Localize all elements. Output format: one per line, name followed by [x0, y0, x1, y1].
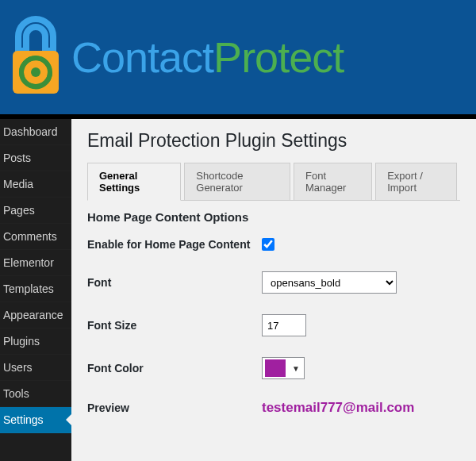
sidebar-item-elementor[interactable]: Elementor: [0, 250, 71, 276]
enable-label: Enable for Home Page Content: [87, 238, 262, 251]
sidebar-item-plugins[interactable]: Plugins: [0, 328, 71, 355]
sidebar-item-posts[interactable]: Posts: [0, 145, 71, 171]
lock-at-icon: [8, 16, 63, 98]
tab-export-import[interactable]: Export / Import: [375, 163, 457, 200]
sidebar-item-dashboard[interactable]: Dashboard: [0, 119, 71, 145]
brand-part1: Contact: [71, 33, 213, 81]
settings-tabs: General SettingsShortcode GeneratorFont …: [87, 163, 460, 201]
tab-font-manager[interactable]: Font Manager: [294, 163, 372, 200]
tab-shortcode-generator[interactable]: Shortcode Generator: [184, 163, 290, 200]
svg-point-2: [31, 67, 40, 77]
sidebar-item-media[interactable]: Media: [0, 171, 71, 198]
enable-checkbox[interactable]: [262, 238, 274, 251]
section-title: Home Page Content Options: [87, 210, 460, 224]
preview-text: testemail777@mail.com: [262, 400, 414, 416]
fontsize-label: Font Size: [87, 319, 262, 332]
sidebar-item-pages[interactable]: Pages: [0, 198, 71, 224]
brand-part2: Protect: [213, 33, 344, 81]
fontcolor-label: Font Color: [87, 362, 262, 375]
preview-label: Preview: [87, 401, 262, 414]
page-title: Email Protection Plugin Settings: [87, 130, 460, 152]
sidebar-item-appearance[interactable]: Appearance: [0, 302, 71, 328]
sidebar-item-users[interactable]: Users: [0, 355, 71, 381]
brand-wordmark: ContactProtect: [71, 33, 344, 82]
fontcolor-picker[interactable]: ▼: [262, 357, 305, 379]
sidebar-item-settings[interactable]: Settings: [0, 407, 71, 433]
font-select[interactable]: opensans_bold: [262, 271, 397, 294]
color-swatch: [265, 359, 286, 377]
tab-general-settings[interactable]: General Settings: [87, 163, 181, 201]
chevron-down-icon: ▼: [288, 364, 304, 373]
fontsize-input[interactable]: [262, 314, 306, 336]
font-label: Font: [87, 276, 262, 289]
sidebar-item-templates[interactable]: Templates: [0, 276, 71, 302]
sidebar-item-tools[interactable]: Tools: [0, 381, 71, 407]
settings-panel: Email Protection Plugin Settings General…: [71, 119, 476, 461]
brand-header: ContactProtect: [0, 0, 476, 114]
sidebar-item-comments[interactable]: Comments: [0, 224, 71, 250]
admin-sidebar: DashboardPostsMediaPagesCommentsElemento…: [0, 119, 71, 461]
